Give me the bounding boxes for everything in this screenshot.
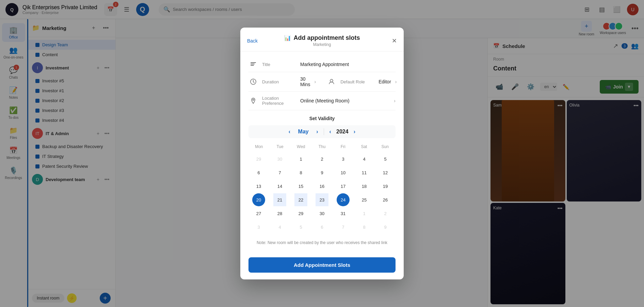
svg-point-9 [253,99,254,100]
title-row: Title Marketing Appointment [248,57,396,72]
svg-point-8 [330,79,333,82]
calendar-day[interactable]: 11 [358,166,371,179]
svg-rect-3 [251,64,255,64]
modal-body: Title Marketing Appointment Duration 30 … [240,51,404,253]
weekday-tue: Tue [270,142,291,151]
add-appointment-modal: Back 📊 Add appointment slots Marketing ✕ [240,28,404,279]
calendar-day[interactable]: 23 [316,193,328,206]
modal-title: Add appointment slots [294,34,360,42]
calendar-day[interactable]: 12 [379,166,392,179]
location-label: Location Preference [262,96,296,106]
modal-title-group: 📊 Add appointment slots Marketing [247,34,397,47]
add-appointment-button[interactable]: Add Appointment Slots [248,257,396,273]
calendar-day[interactable]: 1 [294,152,307,165]
title-label: Title [262,62,296,67]
calendar-day[interactable]: 25 [358,193,371,206]
modal-subtitle: Marketing [313,42,331,47]
modal-title-row: 📊 Add appointment slots [284,34,360,42]
calendar-day[interactable]: 5 [294,221,307,233]
calendar-day[interactable]: 17 [337,180,350,193]
prev-year-btn[interactable]: ‹ [327,128,334,135]
default-role-icon [327,78,336,85]
duration-row: Duration 30 Mins › Default Role Editor › [248,72,396,92]
modal-header: Back 📊 Add appointment slots Marketing ✕ [240,28,404,51]
calendar-day[interactable]: 28 [273,207,286,220]
prev-month-btn[interactable]: ‹ [286,128,293,135]
calendar-day[interactable]: 21 [273,193,286,206]
svg-rect-2 [251,62,256,63]
calendar-day[interactable]: 16 [316,180,328,193]
calendar-day[interactable]: 29 [294,207,307,220]
modal-title-icon: 📊 [284,35,291,41]
location-icon [248,97,258,104]
back-button[interactable]: Back [247,38,258,44]
calendar-day[interactable]: 29 [252,152,265,165]
calendar-day[interactable]: 27 [252,207,265,220]
calendar-weekdays: Mon Tue Wed Thu Fri Sat Sun [248,142,396,151]
calendar-day[interactable]: 4 [273,221,286,233]
calendar-day[interactable]: 10 [337,166,350,179]
modal-overlay[interactable]: Back 📊 Add appointment slots Marketing ✕ [0,0,644,307]
calendar-day[interactable]: 24 [337,193,350,206]
weekday-wed: Wed [290,142,311,151]
calendar-day[interactable]: 1 [358,207,371,220]
calendar-day[interactable]: 20 [252,193,265,206]
cal-divider [324,128,324,135]
duration-icon [248,78,258,85]
modal-close-button[interactable]: ✕ [392,37,397,45]
calendar-day[interactable]: 9 [379,221,392,233]
weekday-sat: Sat [354,142,375,151]
next-year-btn[interactable]: › [351,128,358,135]
calendar-day[interactable]: 18 [358,180,371,193]
calendar-year: 2024 [334,129,351,135]
title-field-icon [248,61,258,68]
weekday-mon: Mon [248,142,270,151]
calendar-day[interactable]: 2 [316,152,328,165]
modal-note: Note: New room will be created by the us… [248,236,396,248]
calendar-day[interactable]: 15 [294,180,307,193]
set-validity-label: Set Validity [248,116,396,121]
calendar-day[interactable]: 19 [379,180,392,193]
weekday-thu: Thu [311,142,333,151]
svg-line-7 [253,82,254,83]
calendar-section: Set Validity ‹ May › ‹ 2024 › Mon Tue We… [248,110,396,236]
calendar-day[interactable]: 7 [337,221,350,233]
calendar-day[interactable]: 7 [273,166,286,179]
calendar-day[interactable]: 6 [252,166,265,179]
calendar-day[interactable]: 22 [294,193,307,206]
weekday-sun: Sun [374,142,396,151]
location-arrow: › [394,98,396,103]
calendar-day[interactable]: 3 [252,221,265,233]
calendar-day[interactable]: 4 [358,152,371,165]
calendar-grid: Mon Tue Wed Thu Fri Sat Sun 293012345678… [248,142,396,233]
calendar-day[interactable]: 14 [273,180,286,193]
default-role-label: Default Role [340,79,374,84]
calendar-day[interactable]: 26 [379,193,392,206]
weekday-fri: Fri [333,142,354,151]
modal-footer: Add Appointment Slots [240,253,404,279]
calendar-day[interactable]: 2 [379,207,392,220]
duration-arrow: › [315,79,316,84]
title-value: Marketing Appointment [300,62,396,67]
location-value: Online (Meeting Room) [300,98,390,103]
calendar-day[interactable]: 6 [316,221,328,233]
calendar-day[interactable]: 9 [316,166,328,179]
calendar-day[interactable]: 30 [273,152,286,165]
calendar-day[interactable]: 31 [337,207,350,220]
calendar-day[interactable]: 5 [379,152,392,165]
duration-label: Duration [262,79,296,84]
duration-value: 30 Mins [300,76,310,87]
svg-rect-4 [251,65,254,66]
calendar-day[interactable]: 8 [294,166,307,179]
calendar-day[interactable]: 8 [358,221,371,233]
default-role-value: Editor [379,79,391,84]
calendar-day[interactable]: 30 [316,207,328,220]
calendar-days: 2930123456789101112131415161718192021222… [248,152,396,233]
calendar-day[interactable]: 13 [252,180,265,193]
calendar-day[interactable]: 3 [337,152,350,165]
role-arrow: › [395,79,397,84]
calendar-month: May [293,129,313,135]
next-month-btn[interactable]: › [313,128,321,135]
location-row: Location Preference Online (Meeting Room… [248,92,396,110]
